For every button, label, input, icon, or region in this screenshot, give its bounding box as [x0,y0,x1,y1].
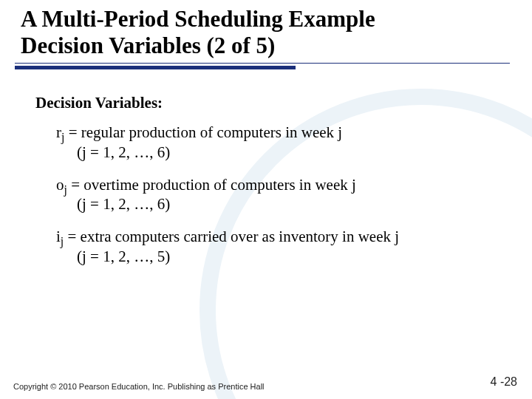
var-r-domain: (j = 1, 2, …, 6) [56,143,502,162]
title-line-1: A Multi-Period Scheduling Example [21,6,511,33]
definition-r: rj = regular production of computers in … [56,123,502,162]
slide: A Multi-Period Scheduling Example Decisi… [0,0,532,399]
definition-i: ij = extra computers carried over as inv… [56,227,502,266]
slide-title: A Multi-Period Scheduling Example Decisi… [0,0,532,58]
definitions-list: rj = regular production of computers in … [35,123,502,266]
var-i-domain: (j = 1, 2, …, 5) [56,247,502,266]
body: Decision Variables: rj = regular product… [0,73,532,266]
rule-thick [15,66,296,69]
var-r-desc: = regular production of computers in wee… [64,123,342,141]
title-underline [0,63,532,73]
rule-thin [15,63,510,64]
copyright-footer: Copyright © 2010 Pearson Education, Inc.… [13,382,279,392]
page-number: 4 -28 [491,375,517,389]
var-o-desc: = overtime production of computers in we… [67,176,356,194]
var-o: o [56,176,64,194]
var-o-domain: (j = 1, 2, …, 6) [56,194,502,214]
title-line-2: Decision Variables (2 of 5) [21,33,511,59]
definition-o: oj = overtime production of computers in… [56,175,502,214]
var-r: r [56,123,61,141]
section-label: Decision Variables: [35,94,502,112]
var-i-desc: = extra computers carried over as invent… [64,228,399,245]
